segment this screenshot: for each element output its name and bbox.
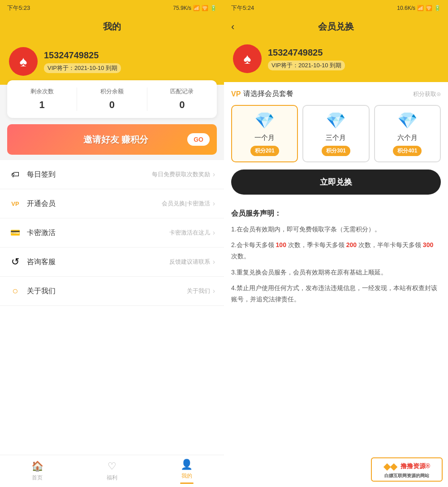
left-page-title: 我的: [103, 22, 121, 31]
invite-go-button[interactable]: GO: [187, 133, 210, 146]
left-vip-expiry: VIP将于：2021-10-10 到期: [44, 63, 121, 73]
right-status-bar: 下午5:24 10.6K/s 📶 🛜 🔋: [224, 0, 448, 16]
menu-item-daily[interactable]: 🏷 每日签到 每日免费获取次数奖励 ›: [0, 160, 224, 189]
nav-welfare[interactable]: ♡ 福利: [75, 457, 150, 485]
arrow-icon-4: ›: [213, 287, 215, 295]
diamond-icon-3: 💎: [397, 111, 418, 130]
right-header: ‹ 会员兑换: [224, 16, 448, 40]
diamond-icon-1: 💎: [254, 111, 275, 130]
package-1month-score: 积分201: [250, 146, 279, 156]
calendar-icon: 🏷: [9, 168, 22, 181]
highlight-100: 100: [276, 241, 286, 248]
left-status-bar: 下午5:23 75.9K/s 📶 🛜 🔋: [0, 0, 224, 16]
package-3month-score: 积分301: [322, 146, 350, 156]
score-link[interactable]: 积分获取⊙: [413, 90, 441, 98]
menu-card-label: 卡密激活: [27, 228, 169, 238]
bottom-nav: 🏠 首页 ♡ 福利 👤 我的: [0, 455, 224, 487]
terms-item-4: 4.禁止用户使用任何方式，发布违法违规信息，一经发现，本站有权查封该账号，并追究…: [231, 283, 441, 305]
terms-section: 会员服务声明： 1.在会员有效期内，即可免费领取字条（无需积分）。 2.会卡每天…: [224, 202, 448, 487]
right-wifi-icon: 🛜: [426, 5, 432, 11]
menu-service-label: 咨询客服: [27, 257, 169, 267]
left-header: 我的: [0, 16, 224, 40]
terms-item-2: 2.会卡每天多领 100 次数，季卡每天多领 200 次数，半年卡每天多领 30…: [231, 239, 441, 262]
right-profile-info: 15324749825 VIP将于：2021-10-10 到期: [268, 48, 345, 70]
menu-item-card[interactable]: 💳 卡密激活 卡密激活在这儿 ›: [0, 218, 224, 248]
arrow-icon-1: ›: [213, 200, 215, 208]
highlight-200: 200: [346, 241, 357, 248]
signal-icon: 📶: [193, 5, 200, 11]
right-phone: 15324749825: [268, 48, 345, 58]
wifi-icon: 🛜: [202, 5, 208, 11]
stat-points-label: 积分余额: [100, 87, 124, 96]
package-3month-name: 三个月: [326, 134, 346, 142]
card-icon: 💳: [9, 226, 22, 239]
about-icon: ○: [9, 285, 22, 297]
terms-item-3: 3.重复兑换会员服务，会员有效期将在原有基础上顺延。: [231, 267, 441, 278]
package-6month[interactable]: 💎 六个月 积分401: [374, 105, 441, 162]
package-1month-name: 一个月: [254, 134, 275, 142]
left-panel: 下午5:23 75.9K/s 📶 🛜 🔋 我的 ♠ 15324749825 VI…: [0, 0, 224, 487]
wm-logo-icon: ◆◆: [383, 460, 397, 473]
right-panel: 下午5:24 10.6K/s 📶 🛜 🔋 ‹ 会员兑换 ♠ 1532474982…: [224, 0, 448, 487]
watermark: ◆◆ 撸撸资源® 白嫖互联网资源的网站: [371, 457, 443, 482]
back-button[interactable]: ‹: [231, 21, 234, 33]
watermark-title: 撸撸资源®: [401, 462, 430, 471]
left-phone: 15324749825: [44, 50, 121, 61]
package-3month[interactable]: 💎 三个月 积分301: [302, 105, 369, 162]
vip-icon: VP: [9, 197, 22, 210]
nav-welfare-label: 福利: [107, 474, 117, 482]
left-profile-info: 15324749825 VIP将于：2021-10-10 到期: [44, 50, 121, 73]
spade-icon: ♠: [20, 53, 27, 70]
nav-mine[interactable]: 👤 我的: [149, 455, 224, 487]
arrow-icon-2: ›: [213, 229, 215, 237]
user-icon: 👤: [181, 459, 193, 470]
vip-section-header: VP 请选择会员套餐 积分获取⊙: [231, 89, 441, 99]
redeem-button[interactable]: 立即兑换: [231, 170, 441, 195]
menu-daily-desc: 每日免费获取次数奖励: [152, 170, 210, 178]
invite-banner[interactable]: placeholder 邀请好友 赚积分 GO: [7, 124, 217, 155]
right-vip-expiry: VIP将于：2021-10-10 到期: [268, 61, 345, 70]
vip-badge: VP: [231, 90, 241, 98]
left-profile-section: ♠ 15324749825 VIP将于：2021-10-10 到期: [0, 40, 224, 85]
stat-matches-label: 匹配记录: [170, 87, 194, 96]
right-profile-section: ♠ 15324749825 VIP将于：2021-10-10 到期: [224, 40, 448, 82]
menu-card-desc: 卡密激活在这儿: [169, 229, 210, 237]
arrow-icon-3: ›: [213, 258, 215, 266]
stat-matches: 匹配记录 0: [147, 87, 217, 111]
stat-remaining-label: 剩余次数: [30, 87, 54, 96]
menu-item-about[interactable]: ○ 关于我们 关于我们 ›: [0, 277, 224, 306]
left-avatar: ♠: [9, 47, 38, 76]
diamond-icon-2: 💎: [326, 111, 346, 130]
package-6month-name: 六个月: [397, 134, 418, 142]
nav-active-indicator: [180, 483, 194, 484]
menu-about-label: 关于我们: [27, 287, 187, 296]
highlight-300: 300: [423, 241, 433, 248]
nav-home[interactable]: 🏠 首页: [0, 457, 75, 485]
right-speed: 10.6K/s: [397, 5, 415, 11]
right-status-icons: 10.6K/s 📶 🛜 🔋: [397, 5, 441, 11]
terms-item-1: 1.在会员有效期内，即可免费领取字条（无需积分）。: [231, 224, 441, 235]
home-icon: 🏠: [31, 461, 43, 472]
menu-item-vip[interactable]: VP 开通会员 会员兑换|卡密激活 ›: [0, 189, 224, 218]
left-time: 下午5:23: [7, 4, 30, 12]
invite-text: 邀请好友 赚积分: [83, 134, 149, 146]
arrow-icon-0: ›: [213, 170, 215, 178]
menu-service-desc: 反馈建议请联系: [169, 258, 210, 266]
menu-item-service[interactable]: ↺ 咨询客服 反馈建议请联系 ›: [0, 248, 224, 277]
right-avatar: ♠: [233, 44, 262, 73]
menu-daily-label: 每日签到: [27, 170, 152, 179]
vip-section: VP 请选择会员套餐 积分获取⊙ 💎 一个月 积分201 💎 三个月 积分301…: [224, 82, 448, 170]
stats-card: 剩余次数 1 积分余额 0 匹配记录 0: [7, 80, 217, 118]
menu-vip-label: 开通会员: [27, 199, 162, 209]
package-1month[interactable]: 💎 一个月 积分201: [231, 105, 298, 162]
menu-vip-desc: 会员兑换|卡密激活: [162, 200, 210, 208]
vip-section-title: 请选择会员套餐: [243, 89, 293, 99]
watermark-content: ◆◆ 撸撸资源® 白嫖互联网资源的网站: [383, 460, 430, 479]
watermark-subtitle: 白嫖互联网资源的网站: [383, 473, 430, 479]
stat-points-value: 0: [109, 99, 115, 111]
stat-points: 积分余额 0: [77, 87, 147, 111]
right-signal-icon: 📶: [417, 5, 424, 11]
stat-matches-value: 0: [179, 99, 185, 111]
stat-remaining: 剩余次数 1: [7, 87, 77, 111]
menu-list: 🏷 每日签到 每日免费获取次数奖励 › VP 开通会员 会员兑换|卡密激活 › …: [0, 160, 224, 455]
